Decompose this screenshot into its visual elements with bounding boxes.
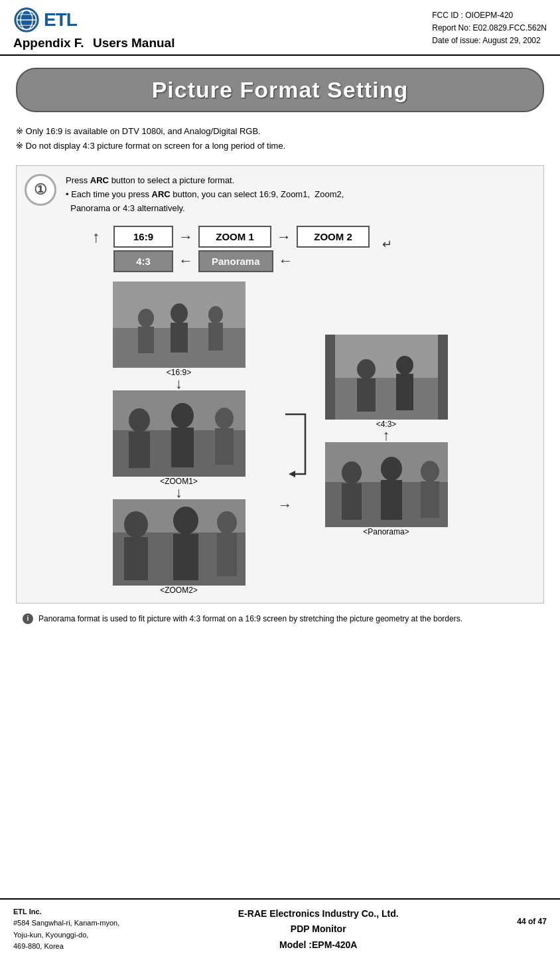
appendix-title: Appendix F. Users Manual (13, 36, 175, 50)
svg-rect-33 (438, 335, 448, 420)
notes-section: ※ Only 16:9 is available on DTV 1080i, a… (16, 124, 544, 153)
svg-rect-9 (138, 327, 154, 353)
svg-point-8 (138, 309, 154, 327)
corner-return-icon: ↵ (382, 237, 392, 252)
section-title-box: Picture Format Setting (16, 68, 544, 112)
svg-point-18 (171, 403, 194, 428)
footer-address3: 469-880, Korea (13, 941, 119, 953)
image-zoom2: ZOOM 2 (113, 499, 245, 586)
svg-rect-17 (129, 432, 150, 468)
svg-rect-11 (171, 323, 188, 353)
caption-zoom2: <ZOOM2> (160, 586, 198, 595)
footer-address2: Yoju-kun, Kyounggi-do, (13, 929, 119, 941)
arrow-right-2: → (271, 228, 297, 246)
footer-center-line2: PDP Monitor (238, 921, 399, 937)
people-svg-zoom1 (113, 390, 245, 477)
arrow-right-1: → (173, 228, 198, 246)
image-169: 16：9 (113, 281, 245, 368)
images-row: 16：9 <16:9> ↓ (25, 281, 535, 595)
note-bullet-icon: i (23, 613, 33, 624)
svg-rect-38 (396, 374, 413, 410)
svg-point-37 (396, 356, 413, 374)
svg-point-28 (217, 511, 237, 534)
arrow-left-2: ← (273, 252, 299, 270)
svg-rect-21 (215, 428, 234, 465)
svg-point-16 (129, 408, 150, 432)
footer-center-line1: E-RAE Electronics Industry Co., Ltd. (238, 906, 399, 922)
date-of-issue: Date of issue: August 29, 2002 (432, 35, 547, 47)
footer-left: ETL Inc. #584 Sangwhal-ri, Kanam-myon, Y… (13, 906, 119, 953)
arrow-left-1: ← (173, 252, 198, 270)
svg-rect-25 (124, 537, 148, 580)
middle-arrow-area: → (259, 281, 312, 534)
svg-point-26 (173, 507, 198, 534)
right-images-col: 4：3 <4:3> ↑ (325, 335, 448, 536)
svg-rect-19 (171, 428, 194, 467)
page-footer: ETL Inc. #584 Sangwhal-ri, Kanam-myon, Y… (0, 898, 560, 960)
svg-point-43 (381, 457, 402, 481)
format-box-169: 16:9 (113, 226, 173, 248)
left-images-col: 16：9 <16:9> ↓ (113, 281, 245, 595)
page-header: ETL Appendix F. Users Manual FCC ID : OI… (0, 0, 560, 56)
footer-center-line3: Model :EPM-420A (238, 937, 399, 953)
svg-rect-42 (342, 483, 362, 520)
format-box-panorama: Panorama (198, 250, 273, 272)
svg-point-10 (171, 303, 188, 323)
note-line-2: ※ Do not display 4:3 picture format on s… (16, 139, 544, 153)
etl-brand-text: ETL (44, 9, 77, 31)
people-svg-panorama (325, 442, 448, 527)
svg-rect-29 (217, 533, 237, 576)
svg-rect-13 (208, 323, 223, 351)
note-text-1: ※ Only 16:9 is available on DTV 1080i, a… (16, 124, 261, 139)
format-box-zoom1: ZOOM 1 (198, 226, 271, 248)
svg-point-24 (124, 511, 148, 538)
svg-rect-46 (421, 481, 439, 518)
etl-logo-icon (13, 7, 40, 33)
header-right: FCC ID : OIOEPM-420 Report No: E02.0829.… (432, 7, 547, 48)
note-line-1: ※ Only 16:9 is available on DTV 1080i, a… (16, 124, 544, 139)
image-panorama: Panorama (325, 442, 448, 527)
bottom-note-text: Panorama format is used to fit picture w… (38, 613, 462, 625)
format-box-zoom2: ZOOM 2 (297, 226, 370, 248)
svg-marker-30 (289, 471, 295, 477)
svg-point-41 (342, 461, 362, 484)
format-flow-diagram: ↑ 16:9 → ZOOM 1 → ZOOM 2 ↵ (64, 225, 496, 272)
report-no: Report No: E02.0829.FCC.562N (432, 22, 547, 35)
footer-page-number: 44 of 47 (517, 906, 547, 926)
svg-point-45 (421, 461, 439, 482)
bottom-note: i Panorama format is used to fit picture… (16, 613, 544, 625)
svg-point-20 (215, 408, 234, 429)
step-instruction-detail: • Each time you press ARC button, you ca… (66, 188, 344, 216)
arrow-spacer-1: ↓ (175, 377, 182, 390)
connecting-arrow-icon (259, 408, 312, 487)
people-svg-169 (113, 281, 245, 368)
svg-rect-34 (335, 378, 438, 420)
header-left: ETL Appendix F. Users Manual (13, 7, 175, 50)
section-title-text: Picture Format Setting (152, 77, 409, 102)
footer-center: E-RAE Electronics Industry Co., Ltd. PDP… (238, 906, 399, 953)
step-circle: ① (25, 174, 56, 206)
people-svg-43 (325, 335, 448, 420)
svg-rect-32 (325, 335, 335, 420)
main-content: Picture Format Setting ※ Only 16:9 is av… (0, 56, 560, 632)
step-instructions: Press ARC button to select a picture for… (66, 174, 344, 215)
step-header: ① Press ARC button to select a picture f… (25, 174, 535, 215)
diagram-box: ① Press ARC button to select a picture f… (16, 165, 544, 603)
people-svg-zoom2 (113, 499, 245, 586)
step-instruction-main: Press ARC button to select a picture for… (66, 174, 344, 188)
svg-rect-44 (381, 480, 402, 520)
footer-company: ETL Inc. (13, 906, 119, 918)
svg-rect-36 (357, 378, 376, 412)
image-43: 4：3 (325, 335, 448, 420)
right-arrow-middle-icon: → (278, 497, 293, 514)
fcc-id: FCC ID : OIOEPM-420 (432, 9, 547, 22)
svg-rect-27 (173, 534, 198, 580)
up-arrow-icon: ↑ (92, 228, 100, 246)
format-box-43: 4:3 (113, 250, 173, 272)
up-arrow-spacer: ↑ (383, 429, 390, 442)
footer-address1: #584 Sangwhal-ri, Kanam-myon, (13, 918, 119, 929)
svg-point-35 (357, 359, 376, 379)
svg-point-12 (208, 306, 223, 323)
caption-panorama: <Panorama> (363, 527, 409, 536)
image-zoom1: ZOOM 1 (113, 390, 245, 477)
